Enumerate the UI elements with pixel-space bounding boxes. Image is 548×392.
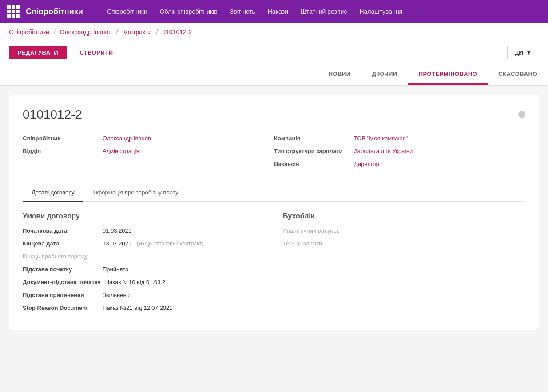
- nav-staff-schedule[interactable]: Штатний розпис: [294, 1, 353, 22]
- analytic-tags-label: Теги аналітики: [283, 240, 358, 247]
- tab-new[interactable]: НОВИЙ: [318, 64, 361, 85]
- tab-salary-info[interactable]: Інформація про заробітну плату: [83, 184, 187, 202]
- salary-struct-link[interactable]: Зарплата для України: [354, 148, 413, 154]
- nav-employee-accounting[interactable]: Облік співробітників: [154, 1, 224, 22]
- edit-button[interactable]: РЕДАГУВАТИ: [9, 46, 67, 59]
- stop-reason-value: Звільнено: [103, 292, 130, 298]
- start-date-value: 01.03.2021: [103, 227, 131, 234]
- breadcrumb-separator-1: /: [54, 28, 56, 36]
- stop-doc-label: Stop Reason Document: [23, 305, 98, 311]
- details-right: Бухоблік Аналітичний рахунок Теги аналіт…: [283, 212, 525, 317]
- status-dot: [518, 111, 525, 118]
- vacancy-row: Вакансія Директор: [274, 161, 525, 167]
- salary-struct-row: Тип структури зарплати Зарплата для Укра…: [274, 148, 525, 154]
- tab-expired[interactable]: ПРОТЕРМІНОВАНО: [408, 64, 488, 85]
- start-date-label: Початкова дата: [23, 227, 98, 234]
- company-link[interactable]: ТОВ "Моя компанія": [354, 135, 408, 142]
- app-title: Співробітники: [26, 7, 83, 16]
- app-logo-icon: [7, 5, 20, 18]
- employee-label: Співробітник: [23, 135, 103, 142]
- breadcrumb-person[interactable]: Олександр Іванов: [60, 28, 112, 36]
- info-right: Компанія ТОВ "Моя компанія" Тип структур…: [274, 135, 525, 174]
- contract-id: 0101012-2: [23, 107, 82, 122]
- department-row: Відділ Адміністрація: [23, 148, 274, 154]
- vacancy-label: Вакансія: [274, 161, 354, 167]
- start-reason-row: Підстава початку Прийнято: [23, 266, 265, 273]
- tab-contract-details[interactable]: Деталі договору: [23, 184, 83, 202]
- nav-reports[interactable]: Звітність: [224, 1, 262, 22]
- trial-end-row: Кінець пробного періоду: [23, 253, 265, 260]
- end-date-row: Кінцева дата 13.07.2021 (Якщо строковий …: [23, 240, 265, 247]
- breadcrumb-contracts[interactable]: Контракти: [122, 28, 151, 36]
- analytic-account-row: Аналітичний рахунок: [283, 227, 525, 234]
- breadcrumb: Співробітники / Олександр Іванов / Контр…: [0, 23, 548, 41]
- breadcrumb-separator-3: /: [156, 28, 158, 36]
- analytic-account-label: Аналітичний рахунок: [283, 227, 358, 234]
- analytic-tags-row: Теги аналітики: [283, 240, 525, 247]
- department-label: Відділ: [23, 148, 103, 154]
- right-section-title: Бухоблік: [283, 212, 525, 220]
- nav-links: Співробітники Облік співробітників Звітн…: [101, 1, 409, 22]
- end-date-label: Кінцева дата: [23, 240, 98, 247]
- nav-orders[interactable]: Накази: [262, 1, 294, 22]
- action-bar: РЕДАГУВАТИ СТВОРИТИ Дія ▼: [0, 41, 548, 64]
- main-content: 0101012-2 Співробітник Олександр Іванов …: [0, 86, 548, 339]
- create-button[interactable]: СТВОРИТИ: [71, 46, 122, 59]
- stop-reason-row: Підстава припинення Звільнено: [23, 292, 265, 298]
- start-reason-label: Підстава початку: [23, 266, 98, 273]
- stop-doc-value: Наказ №21 від 12.07.2021: [103, 305, 172, 311]
- employee-link[interactable]: Олександр Іванов: [103, 135, 151, 142]
- salary-struct-label: Тип структури зарплати: [274, 148, 354, 154]
- top-navigation: Співробітники Співробітники Облік співро…: [0, 0, 548, 23]
- chevron-down-icon: ▼: [526, 49, 532, 56]
- start-doc-value: Наказ №10 від 01.03.21: [105, 279, 169, 285]
- start-doc-row: Документ-підстава початку Наказ №10 від …: [23, 279, 265, 285]
- company-label: Компанія: [274, 135, 354, 142]
- breadcrumb-employees[interactable]: Співробітники: [9, 28, 49, 36]
- contract-id-row: 0101012-2: [23, 107, 525, 122]
- details-section: Умови договору Початкова дата 01.03.2021…: [23, 212, 525, 317]
- info-left: Співробітник Олександр Іванов Відділ Адм…: [23, 135, 274, 174]
- stop-doc-row: Stop Reason Document Наказ №21 від 12.07…: [23, 305, 265, 311]
- breadcrumb-separator-2: /: [116, 28, 118, 36]
- start-date-row: Початкова дата 01.03.2021: [23, 227, 265, 234]
- tab-active[interactable]: ДІЮЧИЙ: [361, 64, 408, 85]
- end-date-note: (Якщо строковий контракт): [137, 241, 203, 247]
- end-date-value: 13.07.2021 (Якщо строковий контракт): [103, 240, 203, 247]
- department-link[interactable]: Адміністрація: [103, 148, 139, 154]
- start-reason-value: Прийнято: [103, 266, 128, 273]
- start-doc-label: Документ-підстава початку: [23, 279, 101, 285]
- stop-reason-label: Підстава припинення: [23, 292, 98, 298]
- status-tabs: НОВИЙ ДІЮЧИЙ ПРОТЕРМІНОВАНО СКАСОВАНО: [0, 64, 548, 86]
- tab-cancelled[interactable]: СКАСОВАНО: [488, 64, 548, 85]
- details-left: Умови договору Початкова дата 01.03.2021…: [23, 212, 265, 317]
- vacancy-link[interactable]: Директор: [354, 161, 379, 167]
- nav-settings[interactable]: Налаштування: [353, 1, 409, 22]
- detail-tabs: Деталі договору Інформація про заробітну…: [23, 184, 525, 202]
- employee-row: Співробітник Олександр Іванов: [23, 135, 274, 142]
- action-dropdown-button[interactable]: Дія ▼: [507, 46, 539, 59]
- contract-info-grid: Співробітник Олександр Іванов Відділ Адм…: [23, 135, 525, 174]
- action-left-buttons: РЕДАГУВАТИ СТВОРИТИ: [9, 46, 122, 59]
- company-row: Компанія ТОВ "Моя компанія": [274, 135, 525, 142]
- nav-employees[interactable]: Співробітники: [101, 1, 154, 22]
- breadcrumb-current: 0101012-2: [162, 28, 192, 36]
- left-section-title: Умови договору: [23, 212, 265, 220]
- trial-end-label: Кінець пробного періоду: [23, 253, 98, 260]
- contract-card: 0101012-2 Співробітник Олександр Іванов …: [9, 95, 539, 330]
- action-dropdown-label: Дія: [515, 49, 523, 56]
